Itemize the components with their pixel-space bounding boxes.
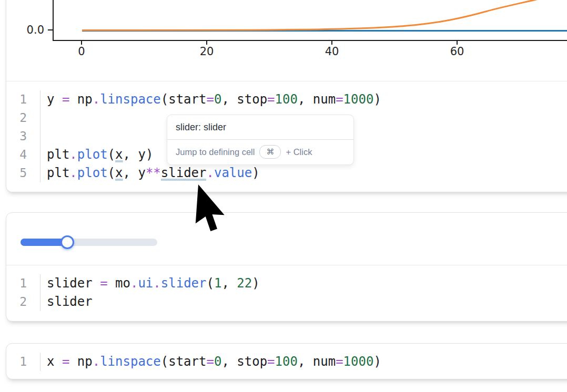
code-token: 1000 bbox=[343, 92, 374, 107]
line-number: 4 bbox=[6, 146, 40, 164]
y-tick-label: 0.0 bbox=[27, 24, 44, 36]
line-number: 2 bbox=[6, 293, 40, 311]
code-token: . bbox=[206, 166, 214, 180]
code-token: , bbox=[298, 92, 313, 107]
code-token: x bbox=[47, 354, 54, 369]
code-text[interactable]: y = np.linspace(start=0, stop=100, num=1… bbox=[40, 90, 381, 109]
line-number: 1 bbox=[6, 353, 40, 371]
code-token: ( bbox=[108, 166, 115, 180]
code-token: stop bbox=[237, 92, 267, 107]
code-token: = bbox=[206, 92, 214, 107]
slider-thumb[interactable] bbox=[60, 235, 74, 249]
code-token: , bbox=[298, 354, 313, 369]
code-token: ) bbox=[373, 354, 381, 369]
code-token: plot bbox=[77, 147, 108, 162]
code-token: ( bbox=[161, 354, 168, 369]
code-token: slider bbox=[47, 276, 93, 291]
code-token: np bbox=[77, 92, 93, 107]
code-token: slider bbox=[161, 276, 207, 291]
code-token bbox=[93, 276, 100, 291]
code-line[interactable]: 1slider = mo.ui.slider(1, 22) bbox=[6, 274, 567, 293]
x-tick-mark bbox=[206, 41, 207, 45]
code-token: y bbox=[47, 92, 54, 107]
code-token: . bbox=[153, 276, 160, 291]
code-text[interactable]: slider bbox=[40, 293, 93, 311]
line-number: 3 bbox=[6, 127, 40, 146]
code-token: , bbox=[123, 166, 138, 180]
click-hint-label: + Click bbox=[286, 147, 312, 157]
code-token: 1000 bbox=[343, 354, 374, 369]
code-token: stop bbox=[237, 354, 267, 369]
slider-track[interactable] bbox=[21, 239, 157, 246]
code-text[interactable] bbox=[40, 127, 47, 146]
code-token: ) bbox=[146, 147, 153, 162]
variable-tooltip: slider: slider Jump to defining cell ⌘ +… bbox=[167, 115, 354, 165]
code-token: num bbox=[313, 92, 336, 107]
code-editor[interactable]: 1x = np.linspace(start=0, stop=100, num=… bbox=[6, 344, 567, 380]
code-token: start bbox=[168, 92, 206, 107]
code-token: , bbox=[123, 147, 138, 162]
command-key-icon: ⌘ bbox=[266, 147, 274, 157]
code-token: ) bbox=[252, 276, 259, 291]
code-token: linspace bbox=[100, 92, 161, 107]
code-token: ( bbox=[161, 92, 168, 107]
code-token: y bbox=[138, 166, 145, 180]
x-tick-label: 40 bbox=[325, 45, 339, 58]
notebook-cell-x: 1x = np.linspace(start=0, stop=100, num=… bbox=[6, 343, 567, 379]
code-text[interactable]: x = np.linspace(start=0, stop=100, num=1… bbox=[40, 353, 381, 371]
code-token: = bbox=[62, 92, 69, 107]
code-text[interactable]: plt.plot(x, y**slider.value) bbox=[40, 164, 260, 182]
x-tick-label: 0 bbox=[78, 45, 85, 58]
code-token: = bbox=[206, 354, 214, 369]
code-token bbox=[108, 276, 115, 291]
code-token bbox=[69, 354, 77, 369]
code-token: plt bbox=[47, 166, 69, 180]
code-token: ( bbox=[206, 276, 214, 291]
code-line[interactable]: 5plt.plot(x, y**slider.value) bbox=[6, 164, 567, 182]
code-token: . bbox=[93, 354, 100, 369]
code-token: = bbox=[100, 276, 107, 291]
x-tick-label: 20 bbox=[200, 45, 214, 58]
line-number: 2 bbox=[6, 109, 40, 127]
code-line[interactable]: 2slider bbox=[6, 293, 567, 311]
notebook-cell-slider: 1slider = mo.ui.slider(1, 22)2slider bbox=[6, 212, 567, 322]
code-token: linspace bbox=[100, 354, 161, 369]
y-tick-mark bbox=[48, 29, 53, 30]
code-token bbox=[69, 92, 77, 107]
code-line[interactable]: 1y = np.linspace(start=0, stop=100, num=… bbox=[6, 90, 567, 109]
code-token: = bbox=[267, 354, 275, 369]
code-token: value bbox=[214, 166, 252, 180]
code-token: 100 bbox=[275, 354, 298, 369]
slider-output-area bbox=[6, 213, 567, 265]
code-token bbox=[54, 354, 62, 369]
code-token: ) bbox=[252, 166, 259, 180]
code-token: , bbox=[221, 92, 237, 107]
y-axis-spine bbox=[53, 0, 54, 41]
x-tick-mark bbox=[331, 41, 332, 45]
code-token: num bbox=[313, 354, 336, 369]
code-editor[interactable]: 1slider = mo.ui.slider(1, 22)2slider bbox=[6, 265, 567, 321]
line-number: 1 bbox=[6, 274, 40, 293]
code-text[interactable]: slider = mo.ui.slider(1, 22) bbox=[40, 274, 260, 293]
mouse-cursor-icon bbox=[195, 184, 229, 235]
code-token: . bbox=[130, 276, 138, 291]
code-token: ui bbox=[138, 276, 153, 291]
variable-reference-underlined: slider bbox=[161, 166, 207, 181]
code-token: = bbox=[336, 92, 343, 107]
code-line[interactable]: 1x = np.linspace(start=0, stop=100, num=… bbox=[6, 353, 567, 371]
code-token: slider bbox=[47, 294, 93, 309]
tooltip-variable-name: slider: slider bbox=[167, 115, 353, 139]
code-token: y bbox=[138, 147, 145, 162]
code-token: mo bbox=[115, 276, 130, 291]
code-token: = bbox=[62, 354, 69, 369]
code-text[interactable] bbox=[40, 109, 47, 127]
variable-reference-underlined: x bbox=[115, 147, 123, 162]
code-text[interactable]: plt.plot(x, y) bbox=[40, 146, 153, 164]
code-token: 0 bbox=[214, 92, 221, 107]
variable-reference-underlined: x bbox=[115, 166, 123, 181]
code-token: plt bbox=[47, 147, 69, 162]
line-number: 5 bbox=[6, 164, 40, 182]
code-token: 0 bbox=[214, 354, 221, 369]
code-token: . bbox=[69, 166, 77, 180]
code-token: , bbox=[221, 354, 237, 369]
